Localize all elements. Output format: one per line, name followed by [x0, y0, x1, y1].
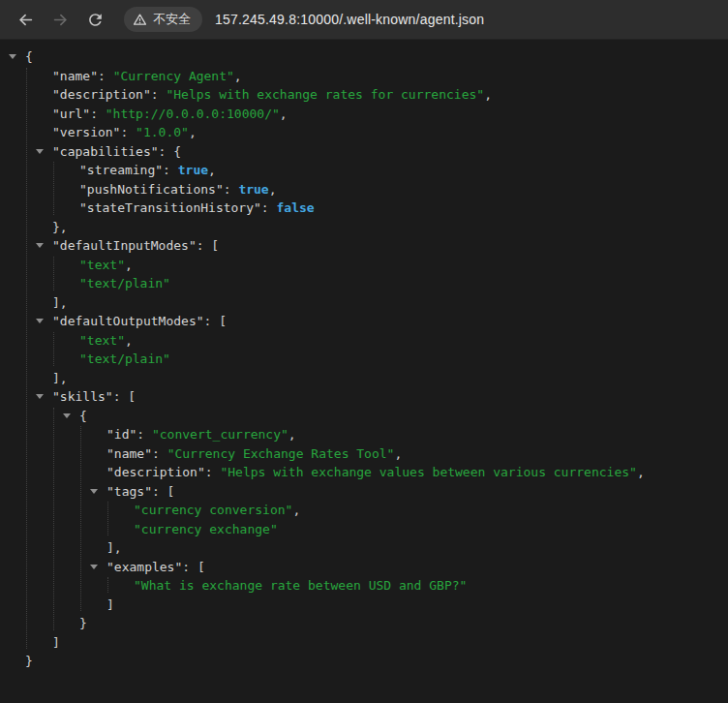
json-punctuation: ], [106, 540, 122, 555]
json-line: "name": "Currency Exchange Rates Tool", [0, 444, 728, 464]
json-line: { [0, 407, 728, 426]
json-punctuation: , [208, 163, 216, 177]
indent-guide [53, 257, 54, 290]
indent-guide [53, 408, 54, 630]
json-punctuation: : [ [152, 484, 174, 499]
json-key: "pushNotifications" [79, 182, 224, 197]
json-punctuation: { [25, 49, 33, 64]
json-punctuation: , [189, 125, 197, 139]
json-line: "defaultOutputModes": [ [0, 312, 728, 331]
json-punctuation: ], [52, 295, 68, 310]
json-key: "streaming" [79, 163, 163, 177]
json-punctuation: , [292, 503, 300, 517]
json-key: "description" [52, 87, 151, 102]
json-line: "text/plain" [0, 274, 728, 293]
json-boolean: true [238, 182, 268, 197]
json-line: ], [0, 293, 728, 313]
json-line: "capabilities": { [0, 142, 728, 162]
warning-triangle-icon [133, 13, 147, 27]
json-key: "version" [52, 125, 120, 139]
json-punctuation: : [261, 200, 277, 215]
json-line: "defaultInputModes": [ [0, 236, 728, 256]
indent-guide [53, 332, 54, 366]
json-string: "Currency Agent" [113, 69, 234, 83]
json-punctuation: : [151, 87, 167, 102]
json-line: "text", [0, 256, 728, 275]
json-punctuation: ] [52, 635, 60, 650]
json-key: "defaultInputModes" [52, 238, 197, 253]
json-line: "url": "http://0.0.0.0:10000/", [0, 105, 728, 124]
json-line: "currency conversion", [0, 501, 728, 520]
security-chip[interactable]: 不安全 [124, 7, 202, 32]
collapse-toggle-icon[interactable] [36, 319, 44, 323]
json-line: "id": "convert_currency", [0, 425, 728, 444]
json-line: "tags": [ [0, 482, 728, 502]
json-line: { [0, 47, 728, 67]
json-punctuation: } [79, 616, 87, 630]
json-line: "streaming": true, [0, 161, 728, 180]
json-key: "name" [106, 446, 152, 461]
json-key: "name" [52, 69, 98, 83]
json-punctuation: , [234, 69, 242, 83]
collapse-toggle-icon[interactable] [90, 565, 98, 569]
json-punctuation: : [98, 69, 113, 83]
json-string: "1.0.0" [136, 125, 189, 139]
collapse-toggle-icon[interactable] [36, 149, 44, 154]
json-line: }, [0, 218, 728, 237]
json-line: "text", [0, 331, 728, 351]
json-string: "Helps with exchange values between vari… [220, 465, 636, 479]
collapse-toggle-icon[interactable] [90, 489, 98, 494]
json-line: "name": "Currency Agent", [0, 67, 728, 86]
json-line: "description": "Helps with exchange rate… [0, 85, 728, 105]
json-line: ] [0, 596, 728, 615]
json-punctuation: : [224, 182, 239, 197]
json-line: "examples": [ [0, 558, 728, 577]
indent-guide [107, 502, 108, 535]
json-string: "text" [79, 258, 125, 272]
json-punctuation: : [152, 446, 167, 461]
json-key: "capabilities" [52, 144, 159, 159]
json-line: "stateTransitionHistory": false [0, 199, 728, 218]
json-punctuation: : [ [113, 389, 136, 404]
collapse-toggle-icon[interactable] [36, 394, 44, 399]
json-string: "What is exchange rate between USD and G… [134, 578, 467, 593]
json-string: "Helps with exchange rates for currencie… [166, 87, 484, 102]
json-punctuation: , [637, 465, 645, 479]
json-line: } [0, 614, 728, 633]
json-punctuation: : [136, 427, 152, 442]
json-line: "pushNotifications": true, [0, 180, 728, 199]
json-line: "currency exchange" [0, 520, 728, 539]
json-key: "stateTransitionHistory" [79, 200, 261, 215]
json-string: "Currency Exchange Rates Tool" [167, 446, 395, 461]
json-string: "currency exchange" [134, 522, 278, 536]
json-punctuation: ] [106, 597, 114, 612]
collapse-toggle-icon[interactable] [9, 54, 16, 59]
collapse-toggle-icon[interactable] [63, 413, 71, 418]
json-boolean: false [277, 200, 315, 215]
security-chip-label: 不安全 [153, 7, 191, 32]
indent-guide [80, 426, 81, 611]
json-line: "description": "Helps with exchange valu… [0, 463, 728, 482]
json-punctuation: , [288, 427, 296, 442]
json-string: "text" [79, 333, 125, 348]
indent-guide [53, 162, 54, 215]
json-line: "text/plain" [0, 350, 728, 369]
url-text[interactable]: 157.245.49.8:10000/.well-known/agent.jso… [215, 12, 718, 27]
json-punctuation: , [125, 258, 133, 272]
back-button[interactable] [11, 5, 40, 34]
arrow-left-icon [16, 11, 35, 29]
json-line: "version": "1.0.0", [0, 123, 728, 142]
json-punctuation: , [484, 87, 492, 102]
json-line: ], [0, 538, 728, 558]
json-string: "text/plain" [79, 352, 170, 366]
json-punctuation: : [ [204, 314, 227, 328]
forward-button[interactable] [46, 5, 75, 34]
refresh-button[interactable] [80, 5, 109, 34]
json-string: "text/plain" [79, 276, 170, 290]
json-punctuation: : { [159, 144, 181, 159]
json-string: "convert_currency" [152, 427, 288, 442]
collapse-toggle-icon[interactable] [36, 243, 44, 248]
json-punctuation: } [25, 654, 33, 668]
indent-guide [26, 68, 27, 650]
json-key: "id" [106, 427, 136, 442]
